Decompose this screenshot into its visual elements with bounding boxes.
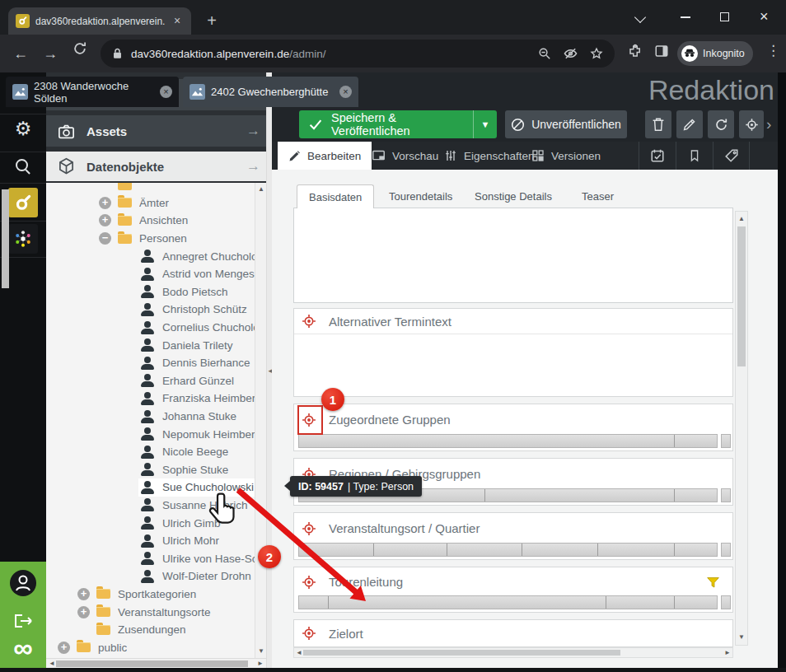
save-dropdown-caret-icon[interactable]: ▼: [474, 119, 497, 129]
tree-horizontal-scrollbar[interactable]: ◄ ►: [46, 658, 266, 668]
expander-icon[interactable]: [77, 606, 90, 618]
scroll-left-icon[interactable]: ◄: [296, 650, 302, 656]
tree-item[interactable]: Erhard Günzel: [46, 372, 255, 390]
tree-item[interactable]: Dennis Bierhance: [46, 354, 255, 372]
column-header[interactable]: [447, 544, 522, 556]
tab-schedule-calendar-icon[interactable]: [639, 142, 676, 170]
tree-item[interactable]: public: [46, 638, 255, 656]
scroll-up-icon[interactable]: ▲: [258, 186, 264, 193]
tree-item[interactable]: Nepomuk Heimberg: [46, 425, 255, 443]
pimcore-logo-tile-icon[interactable]: [8, 188, 38, 217]
tree-item[interactable]: Ansichten: [46, 212, 255, 230]
tree-item[interactable]: Wolf-Dieter Drohn: [46, 567, 255, 586]
expander-icon[interactable]: [58, 642, 70, 654]
new-tab-button[interactable]: +: [201, 10, 222, 31]
tree-item[interactable]: Daniela Trilety: [46, 336, 255, 354]
tab-notes-bookmark-icon[interactable]: [676, 142, 713, 170]
tab-close-icon[interactable]: ×: [171, 15, 184, 28]
profile-chevron-icon[interactable]: [636, 13, 644, 21]
subtab-basisdaten[interactable]: Basisdaten: [297, 184, 374, 208]
tree-item[interactable]: Bodo Pietsch: [46, 283, 255, 301]
tree-item[interactable]: Veranstaltungsorte: [46, 603, 255, 621]
accordion-datenobjekte[interactable]: Datenobjekte →: [46, 152, 272, 181]
column-header[interactable]: [374, 544, 447, 556]
expander-icon[interactable]: [77, 588, 90, 600]
scroll-down-icon[interactable]: ▼: [258, 648, 264, 655]
tree-scrollbar-thumb[interactable]: [2, 189, 9, 288]
accordion-assets[interactable]: Assets →: [46, 115, 272, 147]
tree-item[interactable]: Annegret Chucholow: [46, 247, 255, 265]
tree-item[interactable]: Zusendungen: [46, 621, 255, 639]
tab-versionen[interactable]: Versionen: [521, 142, 611, 170]
locate-in-tree-button[interactable]: [739, 110, 764, 138]
pimcore-infinity-logo-icon[interactable]: ∞: [0, 634, 46, 662]
filter-funnel-icon[interactable]: [703, 572, 723, 592]
expander-icon[interactable]: [99, 232, 111, 245]
tab-tags-icon[interactable]: [713, 142, 750, 170]
scroll-down-icon[interactable]: ▼: [738, 634, 745, 641]
content-horizontal-scrollbar[interactable]: ◄ ►: [293, 647, 733, 658]
content-vertical-scrollbar[interactable]: ▲ ▼: [735, 211, 748, 646]
scroll-right-icon[interactable]: ►: [257, 660, 264, 667]
column-header[interactable]: [522, 544, 598, 556]
scroll-up-icon[interactable]: ▲: [738, 216, 745, 222]
dav360-hub-icon[interactable]: [8, 224, 38, 254]
tree-item[interactable]: Christoph Schütz: [46, 301, 255, 319]
forward-button[interactable]: →: [43, 43, 58, 64]
doc-tab-close-icon[interactable]: ×: [160, 86, 172, 98]
reload-object-button[interactable]: [708, 110, 734, 138]
back-button[interactable]: ←: [13, 43, 28, 64]
browser-menu-icon[interactable]: ⋮: [766, 42, 780, 59]
column-header[interactable]: [598, 544, 675, 556]
bookmark-star-icon[interactable]: [590, 47, 603, 60]
side-panel-icon[interactable]: [654, 44, 669, 58]
reload-button[interactable]: [73, 41, 87, 56]
minimize-button[interactable]: [681, 16, 690, 18]
expander-icon[interactable]: [99, 214, 111, 226]
logout-icon[interactable]: [12, 611, 34, 631]
maximize-button[interactable]: [720, 12, 729, 21]
tree-hscrollbar-thumb[interactable]: [56, 660, 248, 667]
tree-item[interactable]: Astrid von Menges: [46, 265, 255, 283]
user-avatar-icon[interactable]: [8, 568, 38, 598]
tree-item[interactable]: [46, 183, 255, 194]
rename-pencil-button[interactable]: [676, 110, 703, 138]
column-header[interactable]: [485, 489, 675, 502]
tree-item[interactable]: Ulrich Mohr: [46, 532, 255, 550]
subtab-sonstige-details[interactable]: Sonstige Details: [463, 184, 564, 208]
tree-item[interactable]: Sportkategorien: [46, 586, 255, 604]
toolbar-overflow-chevron-icon[interactable]: ›: [766, 114, 771, 135]
browser-tab[interactable]: dav360redaktion.alpenverein.de ×: [8, 7, 191, 35]
tree-item[interactable]: Franziska Heimberge: [46, 390, 255, 408]
tree-item[interactable]: Nicole Beege: [46, 443, 255, 461]
eye-off-icon[interactable]: [564, 47, 578, 60]
content-scrollbar-thumb[interactable]: [737, 226, 746, 366]
window-close-button[interactable]: ×: [760, 9, 769, 24]
tree-item[interactable]: Cornelius Chucholow: [46, 319, 255, 337]
tree-item[interactable]: Personen: [46, 230, 255, 248]
scroll-left-icon[interactable]: ◄: [49, 660, 55, 667]
expander-icon[interactable]: [99, 197, 111, 209]
subtab-teaser[interactable]: Teaser: [570, 184, 625, 208]
rail-settings-gear-icon[interactable]: ⚙: [0, 119, 46, 138]
column-header[interactable]: [299, 435, 675, 447]
tree-item[interactable]: Ulrike von Hase-Schr: [46, 549, 255, 567]
tree-item[interactable]: Sophie Stuke: [46, 461, 255, 479]
extensions-puzzle-icon[interactable]: [628, 44, 643, 58]
content-hscrollbar-thumb[interactable]: [303, 650, 620, 656]
doc-tab-gwechenberghuette[interactable]: 2402 Gwechenberghütte ×: [183, 77, 358, 107]
zoom-out-icon[interactable]: [538, 47, 551, 60]
doc-tab-close-icon[interactable]: ×: [339, 86, 352, 98]
column-header[interactable]: [606, 596, 675, 609]
termintext-textarea[interactable]: [294, 334, 732, 395]
doc-tab-wanderwoche[interactable]: 2308 Wanderwoche Sölden ×: [6, 77, 179, 107]
incognito-badge[interactable]: Inkognito: [677, 41, 753, 66]
scroll-right-icon[interactable]: ►: [724, 650, 731, 656]
tab-bearbeiten[interactable]: Bearbeiten: [278, 142, 372, 170]
address-bar[interactable]: dav360redaktion.alpenverein.de/admin/: [101, 40, 615, 68]
subtab-tourendetails[interactable]: Tourendetails: [377, 184, 464, 208]
save-publish-button[interactable]: Speichern & Veröffentlichen ▼: [299, 110, 497, 138]
rail-search-icon[interactable]: [0, 158, 46, 175]
unpublish-button[interactable]: Unveröffentlichen: [505, 110, 627, 138]
tree-item[interactable]: Johanna Stuke: [46, 408, 255, 426]
